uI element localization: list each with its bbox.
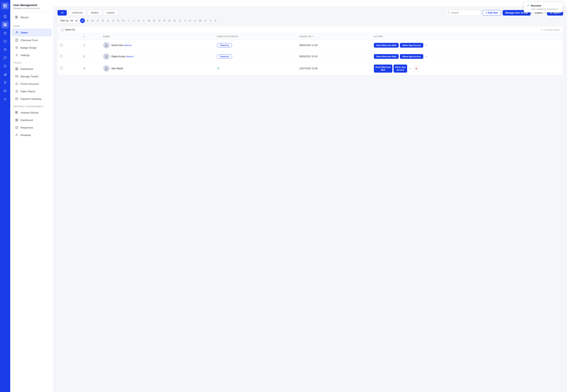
edit-button-3[interactable]: ✏ (408, 66, 412, 71)
col-added-on: Added on ▼ (297, 33, 371, 40)
alpha-btn-t[interactable]: T (183, 18, 187, 23)
avatar-2 (103, 53, 110, 60)
sidebar-item-users[interactable]: Users (12, 29, 52, 36)
alpha-btn-a[interactable]: A (85, 18, 90, 23)
sidebar-item-abstract-dashboard[interactable]: Dashboard (12, 116, 52, 124)
allow-app-access-button-2[interactable]: Allow App Access (400, 54, 423, 59)
sidebar-item-abstract-wizard[interactable]: Abstract Wizard (12, 109, 52, 116)
allow-app-access-button-1[interactable]: Allow App Access (400, 43, 423, 48)
alpha-btn-z[interactable]: Z (213, 18, 218, 23)
alpha-btn-w[interactable]: W (198, 18, 203, 23)
alpha-btn-y[interactable]: Y (208, 18, 213, 23)
alpha-btn-k[interactable]: K (136, 18, 141, 23)
sidebar-item-settings[interactable]: Settings (12, 52, 52, 59)
tab-confirmed[interactable]: Confirmed (68, 10, 86, 15)
sidebar-item-ticket-dashboard[interactable]: Dashboard (12, 65, 52, 72)
alpha-btn-v[interactable]: V (193, 18, 198, 23)
delete-button-3[interactable]: 🗑 (413, 66, 419, 71)
palette-rail-icon[interactable] (1, 29, 9, 37)
filter-select-wrap[interactable]: Filter by : All (57, 18, 78, 23)
alpha-btn-l[interactable]: L (142, 18, 146, 23)
alpha-btn-r[interactable]: R (172, 18, 177, 23)
tab-waitlist[interactable]: Waitlist (88, 10, 102, 15)
select-all-checkbox[interactable] (61, 28, 63, 31)
svg-rect-11 (5, 25, 6, 26)
alpha-btn-x[interactable]: X (203, 18, 208, 23)
alpha-btn-j[interactable]: J (131, 18, 136, 23)
icon-rail (0, 0, 10, 392)
edit-button-1[interactable]: ✏ (425, 43, 428, 48)
alpha-btn-d[interactable]: D (101, 18, 105, 23)
row-checkbox-3[interactable] (60, 67, 63, 70)
alpha-btn-e[interactable]: E (106, 18, 111, 23)
user-rail-icon[interactable] (1, 46, 9, 53)
alpha-btn-n[interactable]: N (152, 18, 156, 23)
alpha-btn-s[interactable]: S (177, 18, 182, 23)
checkin-button-1[interactable]: Check-in (217, 43, 232, 47)
sidebar-item-responses[interactable]: Responses (12, 124, 52, 131)
document-rail-icon[interactable] (1, 13, 9, 20)
row-checkbox-cell (58, 40, 81, 51)
alpha-btn-g[interactable]: G (116, 18, 121, 23)
tab-all[interactable]: All (57, 10, 67, 15)
sidebar-item-promo-discount[interactable]: Promo-Discount (12, 80, 52, 87)
app-subtitle: Manage users for the event. (13, 7, 50, 9)
alpha-btn-c[interactable]: C (96, 18, 100, 23)
allow-app-access-button-3[interactable]: Allow AppAccess (394, 65, 407, 73)
alpha-btn-q[interactable]: Q (167, 18, 172, 23)
svg-rect-2 (3, 6, 5, 7)
promo-icon (15, 82, 18, 86)
send-welcome-mail-button-3[interactable]: Send WelcomeMail (374, 65, 392, 73)
send-welcome-mail-button-2[interactable]: Send Welcome Mail (374, 54, 399, 59)
row-checkbox-2[interactable] (60, 55, 63, 57)
alpha-btn-i[interactable]: I (126, 18, 131, 23)
add-user-button[interactable]: + Add User (482, 10, 501, 15)
alpha-btn-h[interactable]: H (121, 18, 126, 23)
svg-point-16 (4, 48, 6, 50)
sidebar-item-wizard[interactable]: Wizard (12, 14, 52, 21)
svg-point-51 (448, 12, 450, 13)
sidebar-item-reviewer[interactable]: Reviewer (12, 131, 52, 139)
app-logo-icon[interactable] (1, 2, 9, 9)
search-input[interactable] (451, 11, 479, 14)
row-date-1: 09/05/2023 11:50 (297, 40, 371, 51)
svg-point-54 (106, 55, 107, 57)
search-wrap[interactable] (445, 10, 481, 15)
folder-rail-icon[interactable] (1, 38, 9, 45)
message-rail-icon[interactable] (1, 87, 9, 95)
chat-rail-icon[interactable] (1, 54, 9, 61)
sidebar-item-manage-tickets[interactable]: Manage Tickets (12, 73, 52, 80)
bell-rail-icon[interactable] (1, 63, 9, 70)
sidebar-item-badge-design[interactable]: Badge Design (12, 44, 52, 51)
alpha-btn-u[interactable]: U (188, 18, 192, 23)
sidebar-item-users-label: Users (21, 31, 28, 34)
checkin-button-2[interactable]: Check-in (217, 54, 232, 59)
svg-point-53 (106, 44, 107, 45)
filter-by-select[interactable]: Filter by : All (57, 18, 78, 23)
sidebar-item-payment-gateway[interactable]: Payment Gateway (12, 95, 52, 102)
tab-inactive[interactable]: Inactive (103, 10, 118, 15)
row-checkbox-1[interactable] (60, 44, 63, 46)
alpha-btn-m[interactable]: M (147, 18, 151, 23)
chart-rail-icon[interactable] (1, 71, 9, 78)
alpha-btn-p[interactable]: P (162, 18, 167, 23)
alpha-btn-all[interactable]: All (80, 18, 85, 23)
table-header-row: # Name Check-in Status Added on ▼ Action (58, 33, 563, 40)
alpha-btn-o[interactable]: O (157, 18, 162, 23)
row-num-1: 1 (81, 40, 101, 51)
alpha-btn-b[interactable]: B (90, 18, 95, 23)
filter-bar: All Confirmed Waitlist Inactive + Add Us… (57, 10, 563, 15)
svg-rect-49 (15, 126, 18, 129)
send-welcome-mail-button-1[interactable]: Send Welcome Mail (374, 43, 399, 48)
edit-button-2[interactable]: ✏ (425, 54, 428, 59)
cog-rail-icon[interactable] (1, 96, 9, 103)
sidebar-item-sales-report[interactable]: Sales Report (12, 88, 52, 95)
svg-rect-17 (4, 75, 4, 76)
svg-rect-1 (5, 4, 7, 6)
trophy-rail-icon[interactable] (1, 79, 9, 86)
svg-rect-9 (5, 23, 6, 25)
alpha-btn-f[interactable]: F (111, 18, 115, 23)
sidebar-item-checkout-form[interactable]: Checkout Form (12, 37, 52, 44)
svg-point-26 (16, 31, 17, 32)
grid-rail-icon[interactable] (1, 21, 9, 28)
